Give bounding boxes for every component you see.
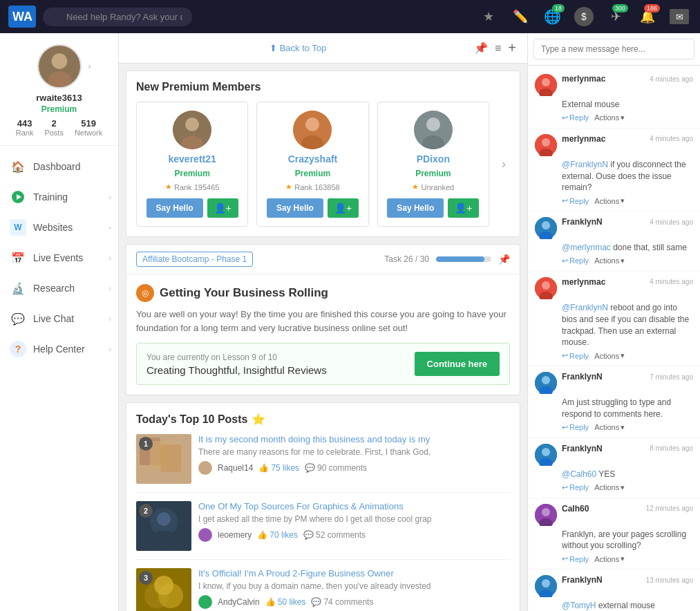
actions-button-5[interactable]: Actions ▾ bbox=[594, 423, 625, 432]
member-avatar-2 bbox=[293, 111, 332, 149]
sidebar-item-research[interactable]: 🔬 Research › bbox=[0, 273, 118, 303]
actions-button-6[interactable]: Actions ▾ bbox=[594, 483, 625, 492]
new-members-title: New Premium Members bbox=[136, 81, 510, 93]
post-title-2[interactable]: One Of My Top Sources For Graphics & Ani… bbox=[198, 501, 510, 511]
back-to-top-button[interactable]: ⬆ Back to Top bbox=[130, 43, 466, 53]
chat-msg-actions-6: ↩ Reply Actions ▾ bbox=[535, 483, 693, 492]
course-body: ◎ Getting Your Business Rolling You are … bbox=[126, 274, 520, 395]
rank-star-3: ★ bbox=[412, 182, 419, 191]
chat-msg-header-2: merlynmac 4 minutes ago bbox=[535, 134, 693, 156]
post-excerpt-1: There are many reasons for me to celebra… bbox=[198, 447, 510, 457]
filter-icon[interactable]: ≡ bbox=[495, 42, 501, 55]
chat-avatar-5 bbox=[535, 372, 557, 394]
actions-button-4[interactable]: Actions ▾ bbox=[594, 351, 625, 360]
post-author-avatar-3 bbox=[198, 595, 212, 609]
sidebar-item-help-center[interactable]: ? Help Center › bbox=[0, 334, 118, 364]
reply-button-3[interactable]: ↩ Reply bbox=[562, 256, 589, 265]
member-card-3: PDixon Premium ★ Unranked Say Hello 👤+ bbox=[377, 102, 489, 227]
members-next-button[interactable]: › bbox=[498, 102, 510, 227]
say-hello-button-2[interactable]: Say Hello bbox=[267, 198, 323, 218]
course-icon: ◎ bbox=[136, 284, 154, 302]
rank-star-1: ★ bbox=[165, 182, 172, 191]
sidebar-label-live-events: Live Events bbox=[33, 252, 83, 263]
sidebar-item-live-events[interactable]: 📅 Live Events › bbox=[0, 243, 118, 273]
bell-badge: 186 bbox=[644, 4, 660, 12]
chat-msg-header-3: FranklynN 4 minutes ago bbox=[535, 217, 693, 239]
svg-point-29 bbox=[542, 78, 550, 86]
say-hello-button-1[interactable]: Say Hello bbox=[146, 198, 203, 218]
app-logo[interactable]: WA bbox=[8, 6, 36, 28]
post-title-1[interactable]: It is my second month doing this busines… bbox=[198, 434, 510, 444]
chat-message-2: merlynmac 4 minutes ago @FranklynN if yo… bbox=[528, 129, 700, 212]
rank-star-2: ★ bbox=[285, 182, 292, 191]
svg-point-3 bbox=[51, 53, 67, 69]
sidebar-label-help-center: Help Center bbox=[33, 344, 85, 355]
chat-msg-time-3: 4 minutes ago bbox=[650, 218, 693, 226]
network-label: Network bbox=[75, 129, 102, 137]
add-friend-button-1[interactable]: 👤+ bbox=[207, 198, 238, 218]
star-emoji: ⭐ bbox=[252, 413, 265, 426]
search-input[interactable] bbox=[43, 8, 192, 26]
wa-badge-icon[interactable]: 🌐 18 bbox=[540, 4, 565, 29]
chat-input[interactable] bbox=[533, 39, 694, 59]
add-friend-button-3[interactable]: 👤+ bbox=[448, 198, 479, 218]
post-comments-1: 💬 90 comments bbox=[305, 463, 367, 473]
continue-button[interactable]: Continue here bbox=[415, 352, 500, 376]
chat-msg-text-7: Franklyn, are your pages scrolling witho… bbox=[535, 529, 693, 552]
bell-icon[interactable]: 🔔 186 bbox=[635, 4, 660, 29]
reply-button-2[interactable]: ↩ Reply bbox=[562, 196, 589, 205]
post-title-3[interactable]: It's Official! I'm A Proud 2-Figure Busi… bbox=[198, 568, 510, 579]
websites-icon: W bbox=[10, 219, 26, 236]
add-icon[interactable]: + bbox=[508, 40, 516, 56]
course-pin-icon[interactable]: 📌 bbox=[498, 254, 510, 265]
lesson-box: You are currently on Lesson 9 of 10 Crea… bbox=[136, 343, 510, 385]
websites-chevron: › bbox=[108, 223, 111, 232]
reply-button-5[interactable]: ↩ Reply bbox=[562, 423, 589, 432]
svg-point-35 bbox=[542, 221, 550, 229]
actions-button-2[interactable]: Actions ▾ bbox=[594, 196, 625, 205]
dollar-icon[interactable]: $ bbox=[571, 4, 596, 29]
reply-button-7[interactable]: ↩ Reply bbox=[562, 554, 589, 563]
post-item-3: 3 It's Official! I'm A Proud 2-Figure Bu… bbox=[136, 568, 510, 611]
member-avatar-1 bbox=[173, 111, 211, 149]
sidebar-item-dashboard[interactable]: 🏠 Dashboard bbox=[0, 151, 118, 182]
avatar-chevron[interactable]: › bbox=[88, 62, 91, 71]
actions-button-3[interactable]: Actions ▾ bbox=[594, 256, 625, 265]
actions-button-1[interactable]: Actions ▾ bbox=[594, 113, 625, 122]
chat-message-7: Calh60 12 minutes ago Franklyn, are your… bbox=[528, 498, 700, 570]
reply-button-6[interactable]: ↩ Reply bbox=[562, 483, 589, 492]
post-thumb-wrap-1: 1 bbox=[136, 434, 191, 484]
sidebar-item-training[interactable]: Training › bbox=[0, 182, 118, 212]
chat-msg-name-row-2: merlynmac 4 minutes ago bbox=[562, 134, 693, 144]
lesson-info: You are currently on Lesson 9 of 10 Crea… bbox=[146, 352, 327, 376]
pin-icon[interactable]: 📌 bbox=[474, 41, 488, 55]
events-chevron: › bbox=[108, 254, 111, 262]
member-rank-3: ★ Unranked bbox=[412, 182, 454, 191]
post-thumb-wrap-3: 3 bbox=[136, 568, 191, 611]
topbar-actions: 📌 ≡ + bbox=[474, 40, 516, 56]
plane-icon[interactable]: ✈ 300 bbox=[603, 4, 628, 29]
top-posts-section: Today's Top 10 Posts ⭐ 1 It is my second… bbox=[126, 402, 520, 611]
reply-button-1[interactable]: ↩ Reply bbox=[562, 113, 589, 122]
add-friend-button-2[interactable]: 👤+ bbox=[328, 198, 359, 218]
back-top-arrow: ⬆ bbox=[269, 43, 277, 53]
dashboard-icon: 🏠 bbox=[10, 158, 26, 175]
posts-value: 2 bbox=[44, 118, 64, 129]
course-description: You are well on your way! By the time yo… bbox=[136, 308, 510, 335]
post-meta-3: AndyCalvin 👍 50 likes 💬 74 comments bbox=[198, 595, 510, 609]
chat-msg-header-1: merlynmac 4 minutes ago bbox=[535, 74, 693, 96]
edit-icon[interactable]: ✏️ bbox=[508, 4, 533, 29]
actions-button-7[interactable]: Actions ▾ bbox=[594, 554, 625, 563]
member-actions-2: Say Hello 👤+ bbox=[267, 198, 359, 218]
sidebar-item-websites[interactable]: W Websites › bbox=[0, 212, 118, 243]
events-icon: 📅 bbox=[10, 250, 26, 266]
reply-button-4[interactable]: ↩ Reply bbox=[562, 351, 589, 360]
say-hello-button-3[interactable]: Say Hello bbox=[387, 198, 444, 218]
mail-icon[interactable]: ✉ bbox=[667, 4, 692, 29]
svg-point-32 bbox=[542, 138, 550, 147]
svg-point-47 bbox=[542, 508, 550, 516]
chat-msg-header-5: FranklynN 7 minutes ago bbox=[535, 372, 693, 394]
star-icon[interactable]: ★ bbox=[476, 4, 501, 29]
sidebar-item-live-chat[interactable]: 💬 Live Chat › bbox=[0, 303, 118, 334]
sidebar-label-websites: Websites bbox=[33, 222, 73, 233]
